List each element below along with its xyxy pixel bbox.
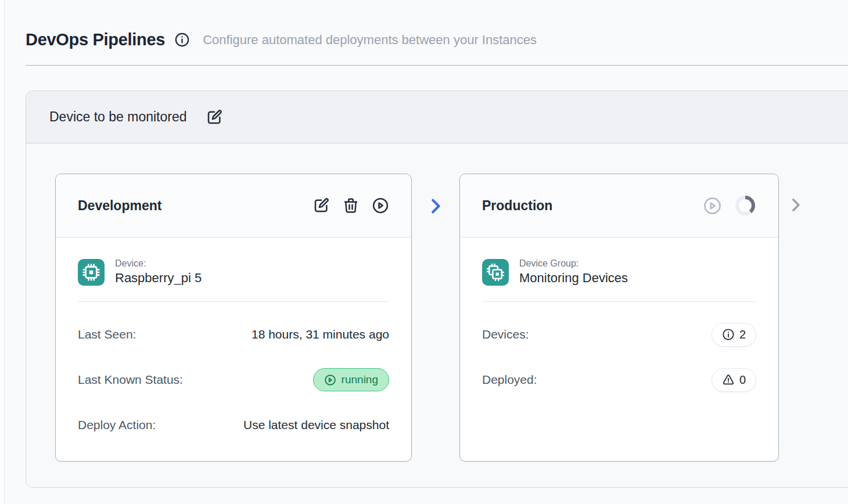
devices-count-badge[interactable]: 2 [712, 323, 756, 347]
divider [78, 301, 389, 302]
delete-stage-button[interactable] [342, 197, 360, 214]
edit-stage-button[interactable] [312, 197, 330, 214]
device-info: Device: Raspberry_pi 5 [115, 258, 202, 286]
info-icon [722, 328, 735, 341]
device-group-name: Monitoring Devices [519, 271, 628, 286]
devices-label: Devices: [482, 327, 529, 341]
deploy-action-row: Deploy Action: Use latest device snapsho… [78, 412, 389, 438]
last-seen-row: Last Seen: 18 hours, 31 minutes ago [78, 322, 389, 347]
pipeline-flow-arrow [425, 195, 447, 217]
edit-icon [312, 197, 330, 214]
status-badge-text: running [342, 373, 378, 386]
divider [482, 301, 756, 302]
edit-icon [206, 109, 223, 126]
deployed-count-badge[interactable]: 0 [712, 368, 756, 392]
page-header: DevOps Pipelines Configure automated dep… [26, 0, 848, 49]
devices-row: Devices: 2 [482, 322, 756, 347]
chevron-right-icon [425, 195, 447, 217]
alert-triangle-icon [722, 373, 735, 386]
stage-card-production: Production [459, 174, 779, 462]
development-title: Development [78, 198, 161, 214]
deployed-label: Deployed: [482, 373, 537, 387]
deployed-row: Deployed: 0 [482, 367, 756, 393]
development-card-header: Development [56, 174, 411, 237]
deployed-count: 0 [739, 373, 746, 387]
status-badge: running [313, 368, 389, 391]
development-actions [312, 197, 389, 214]
last-seen-label: Last Seen: [78, 327, 136, 341]
pipeline-panel: Device to be monitored Development [26, 91, 848, 488]
pipeline-panel-header: Device to be monitored [26, 91, 848, 143]
device-label: Device: [115, 258, 202, 269]
edit-pipeline-button[interactable] [206, 109, 223, 126]
device-name: Raspberry_pi 5 [115, 271, 202, 286]
play-circle-icon [324, 374, 336, 386]
devops-pipelines-page: DevOps Pipelines Configure automated dep… [0, 0, 848, 488]
device-identity: Device: Raspberry_pi 5 [78, 258, 389, 286]
production-card-header: Production [460, 174, 778, 237]
production-title: Production [482, 198, 552, 214]
loading-spinner-icon [734, 195, 756, 217]
run-stage-button[interactable] [372, 197, 389, 214]
device-group-info: Device Group: Monitoring Devices [519, 258, 628, 286]
deploy-action-label: Deploy Action: [78, 418, 156, 432]
status-label: Last Known Status: [78, 373, 183, 387]
cpu-chip-stack-icon [482, 259, 509, 286]
play-circle-icon [703, 196, 722, 215]
page-title: DevOps Pipelines [26, 30, 165, 49]
page-subtitle: Configure automated deployments between … [203, 33, 537, 48]
play-circle-icon [372, 197, 389, 214]
next-stage-arrow[interactable] [786, 195, 806, 215]
cpu-chip-icon [78, 259, 105, 286]
device-group-identity: Device Group: Monitoring Devices [482, 258, 756, 286]
chevron-right-icon [786, 195, 806, 215]
run-stage-button-disabled[interactable] [703, 196, 722, 215]
production-actions [703, 195, 756, 217]
device-group-label: Device Group: [519, 258, 628, 269]
last-known-status-row: Last Known Status: running [78, 367, 389, 393]
production-card-body: Device Group: Monitoring Devices Devices… [460, 237, 778, 416]
trash-icon [342, 197, 360, 214]
last-seen-value: 18 hours, 31 minutes ago [251, 327, 389, 341]
info-icon[interactable] [174, 32, 190, 48]
pipeline-stages: Development [26, 143, 848, 487]
deploy-action-value: Use latest device snapshot [243, 418, 389, 432]
panel-title: Device to be monitored [49, 109, 187, 125]
development-card-body: Device: Raspberry_pi 5 Last Seen: 18 hou… [56, 237, 411, 461]
devices-count: 2 [739, 328, 746, 341]
sidebar-edge [0, 0, 5, 504]
header-divider [26, 65, 848, 66]
stage-card-development: Development [55, 174, 412, 462]
